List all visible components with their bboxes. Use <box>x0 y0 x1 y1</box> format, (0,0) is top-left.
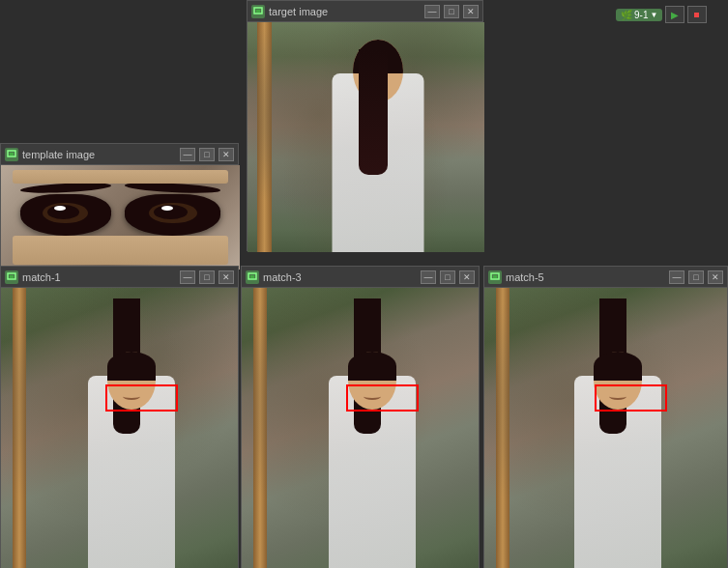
match5-minimize-button[interactable]: — <box>669 270 684 284</box>
match1-titlebar: match-1 — □ ✕ <box>1 267 238 288</box>
match5-titlebar: match-5 — □ ✕ <box>484 267 727 288</box>
match5-window-title: match-5 <box>506 271 665 283</box>
match1-image-content <box>1 288 238 568</box>
match3-window-icon <box>246 270 259 284</box>
leaf-icon: 🌿 <box>621 10 632 20</box>
match1-close-button[interactable]: ✕ <box>218 270 234 284</box>
template-window-icon <box>5 148 18 161</box>
match3-titlebar: match-3 — □ ✕ <box>242 267 479 288</box>
template-left-eyebrow <box>20 182 111 195</box>
match3-image-content <box>242 288 479 568</box>
match1-background <box>1 288 238 568</box>
svg-rect-5 <box>10 275 14 278</box>
target-maximize-button[interactable]: □ <box>444 5 459 18</box>
match3-image-window: match-3 — □ ✕ <box>241 266 480 568</box>
template-image-content <box>1 165 240 270</box>
target-window-title: target image <box>269 6 421 17</box>
template-close-button[interactable]: ✕ <box>218 148 234 161</box>
play-icon: ▶ <box>671 10 679 20</box>
template-skin-lower <box>13 236 227 264</box>
template-window-title: template image <box>22 149 176 160</box>
template-image-window: template image — □ ✕ <box>0 143 239 269</box>
match3-person-head <box>348 352 396 410</box>
match1-window-icon <box>5 270 18 284</box>
match5-rope <box>496 288 510 568</box>
template-background <box>1 165 240 270</box>
svg-rect-1 <box>256 10 260 13</box>
match3-minimize-button[interactable]: — <box>421 270 436 284</box>
match3-photo <box>242 288 479 568</box>
match5-image-window: match-5 — □ ✕ <box>483 266 728 568</box>
match5-maximize-button[interactable]: □ <box>688 270 704 284</box>
svg-rect-9 <box>493 275 497 278</box>
match3-close-button[interactable]: ✕ <box>459 270 475 284</box>
match5-image-content <box>484 288 727 568</box>
match5-close-button[interactable]: ✕ <box>708 270 723 284</box>
target-hair-long <box>359 49 388 175</box>
stop-icon: ⏹ <box>693 11 701 19</box>
dropdown-arrow[interactable]: ▼ <box>650 11 657 19</box>
template-maximize-button[interactable]: □ <box>199 148 215 161</box>
match3-background <box>242 288 479 568</box>
match1-image-window: match-1 — □ ✕ <box>0 266 239 568</box>
target-close-button[interactable]: ✕ <box>463 5 479 18</box>
target-titlebar: target image — □ ✕ <box>248 1 482 22</box>
target-minimize-button[interactable]: — <box>424 5 440 18</box>
stop-button[interactable]: ⏹ <box>687 6 707 23</box>
template-left-eye <box>20 194 111 236</box>
svg-rect-3 <box>10 153 14 156</box>
match5-person-head <box>594 352 642 410</box>
match3-maximize-button[interactable]: □ <box>440 270 455 284</box>
match1-maximize-button[interactable]: □ <box>199 270 215 284</box>
target-photo <box>248 22 484 252</box>
match3-rope <box>253 288 267 568</box>
toolbar: 🌿 9-1 ▼ ▶ ⏹ <box>612 0 728 29</box>
match1-rope <box>13 288 26 568</box>
play-button[interactable]: ▶ <box>665 6 684 23</box>
match1-person-head <box>107 352 156 410</box>
match5-window-icon <box>488 270 502 284</box>
template-minimize-button[interactable]: — <box>180 148 195 161</box>
template-right-eye <box>125 194 220 236</box>
match1-window-title: match-1 <box>22 271 176 283</box>
svg-rect-7 <box>250 275 254 278</box>
template-photo <box>1 165 240 270</box>
match1-minimize-button[interactable]: — <box>180 270 195 284</box>
target-rope-left <box>257 22 272 252</box>
match5-background <box>484 288 727 568</box>
match1-photo <box>1 288 238 568</box>
target-image-content <box>248 22 484 252</box>
badge-text: 9-1 <box>634 10 648 20</box>
target-image-window: target image — □ ✕ <box>247 0 483 251</box>
target-window-icon <box>251 5 265 18</box>
match3-window-title: match-3 <box>263 271 417 283</box>
template-titlebar: template image — □ ✕ <box>1 144 238 165</box>
badge-label: 🌿 9-1 ▼ <box>616 9 662 21</box>
template-skin-upper <box>13 170 227 184</box>
match5-photo <box>484 288 727 568</box>
